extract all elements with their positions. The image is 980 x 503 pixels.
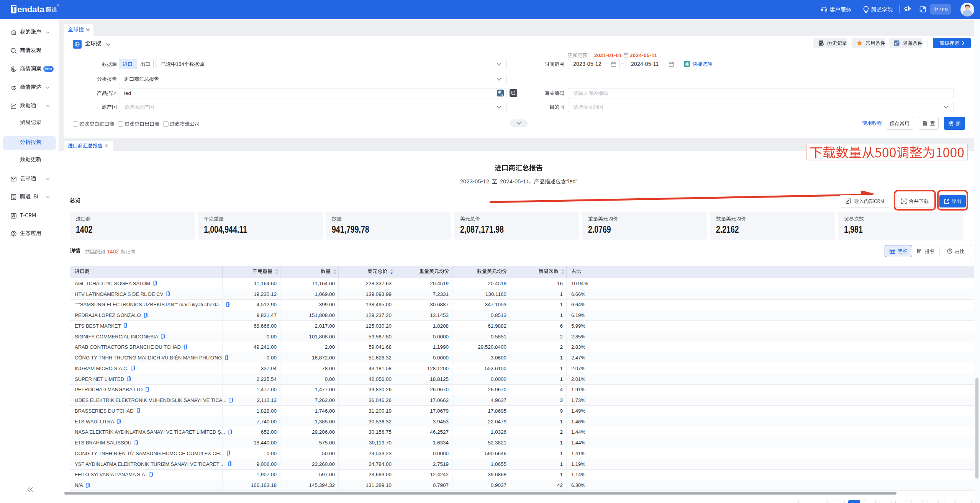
svg-text:BI: BI: [13, 197, 15, 199]
